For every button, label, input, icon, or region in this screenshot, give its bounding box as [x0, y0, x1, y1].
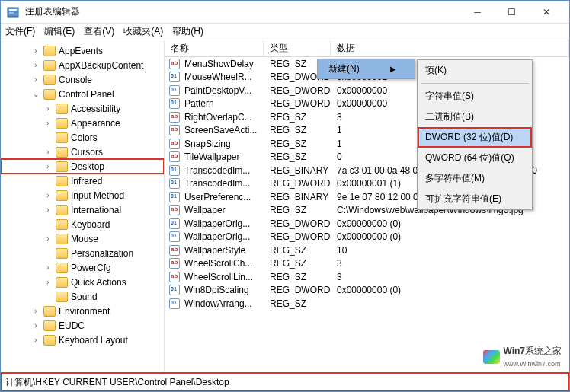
value-data: 0x00000000 (0) [331, 285, 569, 295]
close-button[interactable]: ✕ [529, 2, 563, 23]
tree-twisty-icon[interactable]: › [31, 307, 40, 315]
value-row[interactable]: WheelScrollCh...REG_SZ3 [165, 257, 569, 271]
tree-item[interactable]: Sound [1, 289, 164, 304]
folder-icon [56, 147, 68, 158]
submenu-item[interactable]: DWORD (32 位)值(D) [418, 127, 532, 148]
folder-icon [43, 46, 56, 56]
submenu-item[interactable]: 二进制值(B) [418, 107, 532, 127]
menu-file[interactable]: 文件(F) [5, 25, 35, 38]
value-row[interactable]: WallpaperStyleREG_SZ10 [165, 244, 569, 257]
tree-item[interactable]: ›EUDC [1, 318, 164, 333]
tree-item-label: Environment [59, 306, 110, 317]
folder-icon [56, 190, 68, 201]
tree-twisty-icon[interactable]: › [43, 148, 53, 156]
submenu-item[interactable]: QWORD (64 位)值(Q) [418, 148, 532, 168]
submenu-item[interactable]: 可扩充字符串值(E) [418, 189, 532, 209]
tree-item[interactable]: Keyboard [1, 217, 164, 231]
tree-item[interactable]: ›Environment [1, 304, 164, 318]
menu-view[interactable]: 查看(V) [84, 25, 114, 38]
tree-item[interactable]: Infrared [1, 174, 164, 188]
tree-item[interactable]: ›Desktop [1, 159, 164, 174]
submenu-item[interactable]: 项(K) [418, 60, 532, 81]
tree-twisty-icon[interactable]: › [43, 119, 53, 127]
value-row[interactable]: WallpaperOrig...REG_DWORD0x00000000 (0) [165, 217, 569, 231]
col-data[interactable]: 数据 [331, 40, 569, 56]
value-data: 0x00000000 (0) [331, 231, 569, 242]
menu-help[interactable]: 帮助(H) [172, 25, 203, 38]
context-new[interactable]: 新建(N) ▶ [318, 59, 415, 78]
maximize-button[interactable]: ☐ [495, 2, 529, 23]
tree-item-label: EUDC [59, 320, 85, 331]
tree-item-label: International [71, 205, 121, 215]
value-type-icon [169, 85, 180, 96]
tree-item[interactable]: ›PowerCfg [1, 260, 164, 275]
tree-twisty-icon[interactable]: › [31, 46, 40, 55]
tree-item[interactable]: ⌄Control Panel [1, 87, 164, 101]
tree-item[interactable]: ›Input Method [1, 188, 164, 202]
value-type: REG_SZ [264, 258, 331, 269]
tree-twisty-icon[interactable]: ⌄ [31, 90, 40, 98]
submenu: 项(K)字符串值(S)二进制值(B)DWORD (32 位)值(D)QWORD … [417, 59, 533, 210]
folder-icon [43, 75, 56, 85]
submenu-item[interactable]: 多字符串值(M) [418, 168, 532, 189]
value-name: RightOverlapC... [184, 112, 252, 123]
value-type-icon [169, 272, 180, 282]
tree-item[interactable]: ›Mouse [1, 231, 164, 246]
submenu-item[interactable]: 字符串值(S) [418, 86, 532, 107]
tree-item[interactable]: ›AppEvents [1, 43, 164, 58]
tree-item-label: Infrared [71, 176, 102, 186]
tree-item[interactable]: ›Console [1, 72, 164, 87]
menu-favorites[interactable]: 收藏夹(A) [123, 25, 163, 38]
tree-twisty-icon[interactable]: › [43, 162, 53, 171]
tree-twisty-icon[interactable]: › [31, 75, 40, 84]
folder-icon [56, 292, 68, 302]
watermark: Win7系统之家 www.Winwin7.com [480, 343, 565, 370]
tree-twisty-icon[interactable]: › [43, 191, 53, 199]
value-row[interactable]: WindowArrang...REG_SZ [165, 297, 569, 311]
tree-twisty-icon[interactable]: › [43, 206, 53, 214]
tree-item[interactable]: Personalization [1, 246, 164, 260]
tree-item[interactable]: ›Quick Actions [1, 275, 164, 289]
folder-icon [56, 263, 68, 273]
svg-rect-1 [9, 9, 17, 11]
menu-separator [421, 83, 529, 84]
tree-twisty-icon[interactable]: › [31, 336, 40, 344]
folder-icon [43, 320, 56, 331]
tree-twisty-icon[interactable]: › [43, 234, 53, 243]
value-type-icon [169, 298, 180, 309]
status-path: 计算机\HKEY CURRENT USER\Control Panel\Desk… [5, 376, 229, 389]
value-row[interactable]: WheelScrollLin...REG_SZ3 [165, 270, 569, 284]
tree-item[interactable]: ›AppXBackupContent [1, 58, 164, 72]
tree-twisty-icon[interactable]: › [43, 263, 53, 272]
tree-item[interactable]: ›Keyboard Layout [1, 333, 164, 347]
tree-twisty-icon[interactable]: › [31, 321, 40, 330]
value-type: REG_SZ [264, 151, 331, 162]
watermark-icon [483, 350, 500, 364]
tree-item-label: Keyboard [71, 219, 110, 230]
context-menu: 新建(N) ▶ 项(K)字符串值(S)二进制值(B)DWORD (32 位)值(… [317, 59, 415, 79]
tree-item[interactable]: ›Appearance [1, 116, 164, 130]
tree-item-label: Appearance [71, 118, 120, 129]
value-name: ScreenSaveActi... [184, 125, 257, 135]
value-type-icon [169, 258, 180, 269]
value-row[interactable]: Win8DpiScalingREG_DWORD0x00000000 (0) [165, 284, 569, 298]
tree-item-label: AppEvents [59, 46, 103, 56]
col-type[interactable]: 类型 [264, 40, 331, 56]
minimize-button[interactable]: ─ [460, 2, 495, 23]
tree-item[interactable]: ›Accessibility [1, 101, 164, 116]
tree-panel[interactable]: ›AppEvents›AppXBackupContent›Console⌄Con… [1, 40, 165, 373]
tree-twisty-icon[interactable]: › [43, 104, 53, 113]
value-name: WindowArrang... [184, 298, 252, 309]
tree-item[interactable]: ›Cursors [1, 145, 164, 159]
menu-edit[interactable]: 编辑(E) [44, 25, 75, 38]
tree-item[interactable]: ›International [1, 202, 164, 217]
list-panel[interactable]: 名称 类型 数据 MenuShowDelayREG_SZMouseWheelR.… [165, 40, 569, 373]
tree-twisty-icon[interactable]: › [31, 61, 40, 69]
folder-icon [56, 219, 68, 230]
tree-item-label: PowerCfg [71, 263, 111, 273]
tree-item[interactable]: Colors [1, 130, 164, 145]
col-name[interactable]: 名称 [165, 40, 264, 56]
tree-twisty-icon[interactable]: › [43, 278, 53, 286]
value-row[interactable]: WallpaperOrig...REG_DWORD0x00000000 (0) [165, 231, 569, 244]
value-type: REG_SZ [264, 298, 331, 309]
